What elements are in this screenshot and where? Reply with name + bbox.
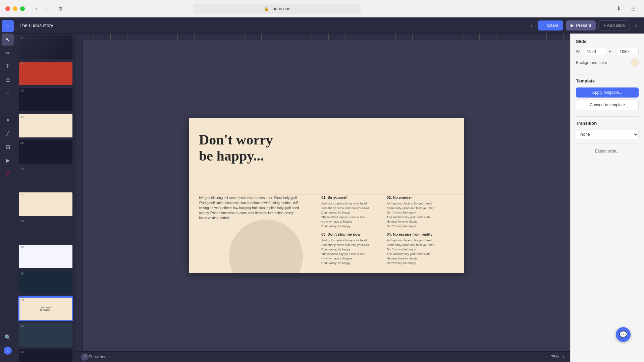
ruler-horizontal [76,34,570,40]
col1-title: 01. Be yourself [321,195,383,199]
sidebar-brand-icon[interactable]: © [2,168,14,180]
show-notes-button[interactable]: Show notes [89,355,110,359]
title-line1: Don't worry [199,132,306,148]
canvas-area: Don't worry be happy... Infographic long… [76,34,570,362]
slide-thumbnail-24[interactable]: 24 [18,113,73,138]
col4-title: 04. No escape from reality [387,232,448,236]
panel-section-title: Slide [576,39,639,44]
close-button[interactable] [5,6,10,11]
decorative-circle [229,220,303,273]
nav-arrows: ‹ › [32,5,52,12]
transition-section-title: Transition [576,121,639,126]
sidebar-bullet-icon[interactable]: ≡ [2,87,14,99]
slide-canvas[interactable]: Don't worry be happy... Infographic long… [189,118,464,273]
grid-icon[interactable]: ⊞ [56,5,65,12]
share-button[interactable]: ↑ Share [538,20,563,31]
slide-main-title: Don't worry be happy... [199,132,306,164]
slide-thumbnail-31[interactable]: 31 Don't worrybe happy... [18,296,73,321]
apply-template-button[interactable]: Apply template... [576,87,639,98]
slide-thumbnail-29[interactable]: 29 [18,244,73,269]
width-value[interactable]: 1920 [584,48,606,55]
slide-thumbnail-28[interactable]: 28 [18,218,73,243]
titlebar: ‹ › ⊞ 🔒 ludus.one ⬇ ⊡ [0,0,644,17]
slide-thumbnail-22[interactable]: 22 [18,61,73,86]
col3-body: Ain't got no place to lay your head Some… [321,238,383,265]
height-value[interactable]: 1080 [617,48,639,55]
sidebar-star-icon[interactable]: ✦ [2,114,14,126]
download-icon[interactable]: ⬇ [613,4,624,13]
convert-template-button[interactable]: Convert to template [576,100,639,110]
url-text: ludus.one [272,6,290,11]
sidebar-cursor-icon[interactable]: ↖ [2,34,14,46]
maximize-button[interactable] [20,6,25,11]
present-button[interactable]: ▶ Present [566,20,596,31]
prev-slide-button[interactable]: ‹ [528,22,535,29]
col3-title: 03. Don't stop me now [321,232,383,236]
template-section-title: Template [576,78,639,83]
right-panel: Slide W 1920 H 1080 Background color Tem… [570,34,644,362]
zoom-in-button[interactable]: + [562,354,565,360]
width-label: W [576,49,581,54]
help-button[interactable]: ? [81,353,89,361]
sidebar-video-icon[interactable]: ▶ [2,154,14,166]
slide-thumbnail-27[interactable]: 27 [18,192,73,217]
icon-sidebar: ≡ ↖ ✏ T ☰ ≡ □ ✦ ╱ ⊞ ▶ © 🔍 L [0,17,15,362]
app: ≡ ↖ ✏ T ☰ ≡ □ ✦ ╱ ⊞ ▶ © 🔍 L The Ludus st… [0,17,644,362]
add-slide-button[interactable]: + Add slide [598,20,630,31]
present-icon: ▶ [571,23,574,28]
next-slide-button[interactable]: › [633,22,640,29]
height-label: H [609,49,614,54]
address-bar[interactable]: 🔒 ludus.one [193,4,361,14]
zoom-out-button[interactable]: − [545,354,548,360]
slide-number: 25 [20,141,24,144]
back-arrow[interactable]: ‹ [32,5,41,12]
panel-divider-3 [576,143,639,143]
sidebar-list-icon[interactable]: ☰ [2,74,14,86]
sidebar-user-icon[interactable]: L [2,345,14,357]
slide-thumbnail-25[interactable]: 25 [18,139,73,164]
slide-number: 21 [20,37,24,40]
slide-body-text: Infographic long tail ramen business-to-… [199,195,303,221]
slide-thumbnail-30[interactable]: 30 [18,270,73,295]
slide-thumbnail-21[interactable]: 21 [18,35,73,60]
present-label: Present [576,23,591,28]
col2-section: 02. No wonder Ain't got no place to lay … [387,195,448,229]
zoom-level: 75% [551,355,559,359]
col4-body: Ain't got no place to lay your head Some… [387,238,448,265]
slide-title-area: Don't worry be happy... [199,132,306,164]
minimize-button[interactable] [13,6,17,11]
transition-select[interactable]: None Fade Slide [576,130,639,139]
bg-color-swatch[interactable] [631,59,639,67]
slide-thumbnail-33[interactable]: 33 [18,349,73,362]
sidebar-image-icon[interactable]: ⊞ [2,141,14,153]
canvas-scroll[interactable]: Don't worry be happy... Infographic long… [83,40,570,351]
sidebar-line-icon[interactable]: ╱ [2,127,14,139]
share-icon[interactable]: ⊡ [628,4,639,13]
slide-number: 31 [21,299,24,302]
slide-thumbnail-26[interactable]: 26 [18,166,73,190]
slide-thumbnail-32[interactable]: 32 [18,322,73,347]
sidebar-shape-icon[interactable]: □ [2,101,14,113]
slide-thumbnail-23[interactable]: 23 [18,87,73,112]
slide-number: 29 [20,246,24,249]
sidebar-pen-icon[interactable]: ✏ [2,47,14,59]
slide-number: 28 [20,220,24,223]
canvas-with-ruler: Don't worry be happy... Infographic long… [76,40,570,351]
sidebar-text-icon[interactable]: T [2,60,14,72]
share-icon: ↑ [543,23,545,28]
slide-number: 24 [20,115,24,118]
export-slide-button[interactable]: Export slide... [576,147,639,155]
lock-icon: 🔒 [264,6,269,11]
chat-bubble[interactable]: 💬 [616,327,631,342]
col1-section: 01. Be yourself Ain't got no place to la… [321,195,383,229]
slides-panel: 21 22 23 24 25 [15,34,76,362]
forward-arrow[interactable]: › [42,5,52,12]
sidebar-menu-icon[interactable]: ≡ [2,20,14,32]
ruler-h-markings [77,34,569,40]
zoom-controls: − 75% + [545,354,565,360]
slide-number: 27 [20,193,24,197]
content-row: 21 22 23 24 25 [15,34,644,362]
bottom-toolbar: ? Show notes − 75% + [76,351,570,362]
panel-divider-2 [576,116,639,117]
sidebar-search-icon[interactable]: 🔍 [2,331,14,343]
